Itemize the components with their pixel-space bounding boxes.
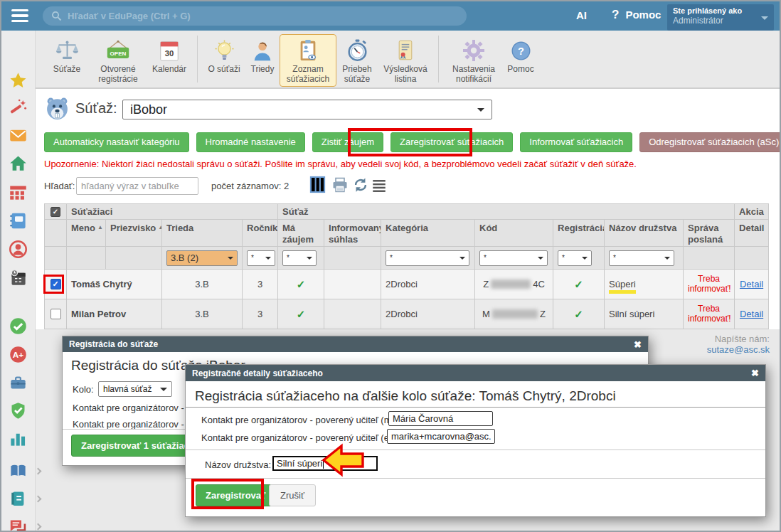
unregister-competitors-button[interactable]: Odregistrovať súťažiacich (aSc) bbox=[639, 132, 781, 152]
toolbar-item-label: Triedy bbox=[251, 65, 275, 75]
sidebar-item-students[interactable] bbox=[9, 240, 28, 259]
chevron-down-icon bbox=[459, 257, 465, 262]
competitor-category: 2Drobci bbox=[386, 309, 418, 319]
column-header-rocnik[interactable]: Ročník bbox=[243, 220, 278, 247]
main-content: Súťaž: iBobor Automaticky nastaviť kateg… bbox=[36, 89, 780, 329]
filter-ma-zaujem-select[interactable]: * bbox=[282, 250, 317, 266]
sidebar-item-discussions[interactable] bbox=[9, 517, 28, 532]
chevron-down-icon bbox=[477, 108, 484, 115]
sidebar-item-classbook[interactable] bbox=[9, 211, 28, 230]
competition-select[interactable]: iBobor bbox=[122, 100, 492, 119]
find-interest-button[interactable]: Zistiť záujem bbox=[312, 132, 383, 152]
column-header-registracia[interactable]: Registrácia bbox=[553, 220, 605, 247]
competitor-name: Tomáš Chytrý bbox=[71, 279, 132, 289]
toolbar-item-otvorene-registracie[interactable]: OPEN Otvorené registrácie bbox=[90, 34, 147, 87]
team-name-input[interactable]: Silní súperi bbox=[272, 456, 378, 471]
chevron-down-icon bbox=[307, 257, 312, 262]
contact-block: Napíšte nám: sutaze@asc.sk bbox=[707, 334, 770, 355]
competitor-year: 3 bbox=[257, 309, 262, 319]
print-button[interactable] bbox=[331, 176, 349, 196]
cancel-button[interactable]: Zrušiť bbox=[269, 484, 316, 506]
auto-category-button[interactable]: Automaticky nastaviť kategóriu bbox=[44, 132, 189, 152]
toolbar-item-sutaze[interactable]: Súťaže bbox=[44, 34, 90, 77]
register-competitors-button[interactable]: Zaregistrovať súťažiacich bbox=[390, 132, 513, 152]
column-header-trieda[interactable]: Trieda bbox=[162, 220, 243, 247]
toolbar-item-nastavenia-notifikacii[interactable]: Nastavenia notifikácií bbox=[444, 34, 504, 87]
check-badge-icon bbox=[9, 316, 28, 336]
sidebar-item-documents[interactable] bbox=[9, 489, 28, 509]
column-header-sprava-poslana[interactable]: Správa poslaná bbox=[684, 220, 735, 247]
filter-registracia-select[interactable]: * bbox=[558, 250, 592, 266]
help-button[interactable]: ? Pomoc bbox=[612, 9, 661, 21]
sidebar-item-statistics[interactable] bbox=[9, 429, 28, 448]
column-header-meno[interactable]: Meno▲ bbox=[67, 220, 106, 247]
columns-button[interactable] bbox=[309, 175, 326, 197]
sidebar-item-grades[interactable]: A+ bbox=[9, 345, 28, 364]
sidebar-item-agenda[interactable] bbox=[9, 373, 28, 393]
sidebar-item-security[interactable] bbox=[9, 401, 28, 420]
select-all-checkbox[interactable]: ✓ bbox=[51, 207, 60, 217]
teacher-name-input[interactable] bbox=[388, 411, 493, 426]
filter-trieda-select[interactable]: 3.B (2) bbox=[166, 250, 238, 266]
table-search-input[interactable] bbox=[76, 177, 198, 195]
logged-in-as-label: Ste prihlásený ako bbox=[673, 6, 755, 15]
competition-toolbar: Súťaže OPEN Otvorené registrácie 30 Kale… bbox=[36, 31, 780, 89]
register-submit-button[interactable]: Zaregistrovať bbox=[196, 484, 275, 506]
toolbar-item-triedy[interactable]: Triedy bbox=[245, 34, 280, 77]
sidebar-item-approvals[interactable] bbox=[9, 316, 28, 336]
divider bbox=[186, 449, 765, 450]
column-header-nazov-druzstva[interactable]: Názov družstva bbox=[605, 220, 684, 247]
refresh-button[interactable] bbox=[353, 177, 368, 196]
sidebar-item-timetable[interactable] bbox=[9, 183, 28, 202]
menu-icon[interactable] bbox=[11, 9, 28, 23]
toolbar-item-priebeh-sutaze[interactable]: Priebeh súťaže bbox=[336, 34, 378, 87]
sidebar-item-library[interactable] bbox=[9, 462, 28, 481]
filter-rocnik-select[interactable]: * bbox=[247, 250, 275, 266]
detail-link[interactable]: Detail bbox=[740, 309, 763, 319]
close-icon[interactable]: ✖ bbox=[634, 339, 642, 350]
search-icon bbox=[51, 11, 62, 21]
sidebar-item-calendar[interactable] bbox=[9, 268, 28, 287]
toolbar-item-kalendar[interactable]: 30 Kalendár bbox=[147, 34, 192, 77]
toolbar-item-vysledkova-listina[interactable]: Výsledková listina bbox=[378, 34, 433, 87]
column-header-kod[interactable]: Kód bbox=[475, 220, 553, 247]
bulk-setting-button[interactable]: Hromadné nastavenie bbox=[196, 132, 305, 152]
toolbar-item-o-sutazi[interactable]: O súťaži bbox=[203, 34, 245, 77]
global-search-placeholder: Hľadať v EduPage (Ctrl + G) bbox=[68, 11, 191, 21]
ai-button[interactable]: AI bbox=[576, 9, 587, 21]
column-header-informovany-suhlas[interactable]: Informovaný súhlas bbox=[324, 220, 381, 247]
close-icon[interactable]: ✖ bbox=[751, 368, 759, 378]
registration-modal-title: Registrácia do súťaže bbox=[69, 339, 158, 349]
global-search-input[interactable]: Hľadať v EduPage (Ctrl + G) bbox=[43, 6, 467, 26]
row-checkbox[interactable]: ✓ bbox=[51, 279, 61, 289]
inform-competitors-button[interactable]: Informovať súťažiacich bbox=[520, 132, 632, 152]
filter-kategoria-select[interactable]: * bbox=[386, 250, 469, 266]
user-role-dropdown[interactable]: Ste prihlásený ako Administrátor bbox=[667, 4, 774, 31]
filter-kod-select[interactable]: * bbox=[479, 250, 548, 266]
detail-link[interactable]: Detail bbox=[740, 279, 763, 289]
toolbar-item-zoznam-sutaziacich[interactable]: Zoznam súťažiacich bbox=[280, 34, 336, 87]
beaver-mascot-icon bbox=[44, 95, 70, 122]
filter-druzstvo-select[interactable]: * bbox=[609, 250, 674, 266]
column-header-priezvisko[interactable]: Priezvisko▲ bbox=[106, 220, 162, 247]
divider bbox=[186, 478, 765, 479]
chevron-down-icon bbox=[538, 257, 543, 262]
sidebar-item-wizard[interactable] bbox=[9, 97, 28, 117]
sidebar-item-home[interactable] bbox=[9, 154, 28, 173]
column-header-ma-zaujem[interactable]: Má záujem bbox=[278, 220, 324, 247]
round-select[interactable]: hlavná súťaž bbox=[98, 381, 172, 397]
toolbar-divider bbox=[197, 36, 198, 83]
contact-email-link[interactable]: sutaze@asc.sk bbox=[707, 344, 770, 355]
teacher-email-label: Kontakt pre organizátorov - poverený uči… bbox=[201, 432, 412, 443]
toolbar-item-pomoc[interactable]: ? Pomoc bbox=[504, 34, 538, 77]
interested-check-icon: ✓ bbox=[297, 278, 306, 290]
column-header-detail[interactable]: Detail bbox=[735, 220, 769, 247]
row-checkbox[interactable] bbox=[51, 309, 61, 319]
sidebar-item-messages[interactable] bbox=[9, 126, 28, 145]
sidebar-item-favorites[interactable] bbox=[9, 71, 28, 90]
column-header-kategoria[interactable]: Kategória bbox=[381, 220, 475, 247]
teacher-email-input[interactable] bbox=[387, 429, 495, 444]
refresh-icon bbox=[353, 177, 368, 193]
registered-check-icon: ✓ bbox=[574, 308, 583, 320]
list-view-button[interactable] bbox=[371, 178, 387, 196]
